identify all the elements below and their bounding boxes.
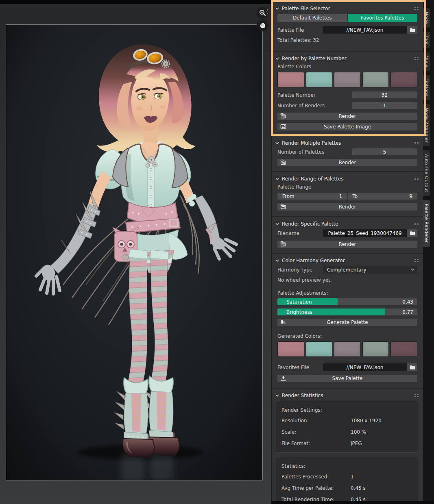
color-swatch[interactable] [334,341,361,357]
tab-options[interactable]: Options [423,74,430,101]
stat-label: Resolution: [281,418,351,424]
color-swatch[interactable] [334,72,361,87]
render-icon [280,113,286,119]
panel-drag-handle[interactable] [413,222,419,226]
chevron-down-icon [275,7,279,10]
palette-adjustments-label: Palette Adjustments: [277,290,417,296]
browse-filename-button[interactable] [407,229,417,237]
render-button-label: Render [339,113,356,119]
browse-palette-file-button[interactable] [407,26,417,34]
favorites-palettes-button[interactable]: Favorites Palettes [348,14,418,22]
region-collapse-arrow-icon[interactable]: ⟨ [266,9,268,14]
render-button[interactable]: Render [277,113,417,120]
chevron-down-icon [275,57,279,60]
render-settings-box: Render Settings: Resolution: 1080 x 1920… [276,401,419,453]
tab-node-wrangler[interactable]: Node Wrangler [423,104,430,147]
saturation-slider[interactable]: Saturation 0.43 [277,298,417,305]
generated-colors-label: Generated Colors: [277,333,417,339]
saturation-value: 0.43 [402,299,413,305]
chevron-down-icon [275,223,279,225]
stat-row: Scale: 100 % [281,426,413,438]
panel-header-render-range-of-palettes[interactable]: Render Range of Palettes [272,172,423,184]
color-swatch[interactable] [390,341,417,357]
panel-drag-handle[interactable] [413,7,419,10]
palette-range-label: Palette Range [277,184,417,190]
panel-header-render-specific-palette[interactable]: Render Specific Palette [272,217,423,229]
color-swatch[interactable] [306,72,333,87]
panel-header-color-harmony-generator[interactable]: Color Harmony Generator [272,254,423,266]
save-palette-image-button[interactable]: Save Palette Image [277,123,417,130]
panel-header-render-multiple-palettes[interactable]: Render Multiple Palettes [272,136,423,148]
tab-view[interactable]: View [423,52,430,71]
color-swatch[interactable] [362,72,389,87]
panel-drag-handle[interactable] [413,57,419,60]
stat-row: Resolution: 1080 x 1920 [281,415,413,426]
panel-drag-handle[interactable] [413,394,419,397]
statistics-header: Statistics: [281,463,351,469]
range-to-field[interactable]: To 9 [348,193,418,200]
panel-header-palette-file-selector[interactable]: Palette File Selector [272,2,423,14]
range-from-field[interactable]: From 1 [277,193,347,200]
panel-header-render-statistics[interactable]: Render Statistics [272,389,423,401]
render-button[interactable]: Render [277,203,417,211]
panel-title: Render Specific Palette [282,221,338,227]
stat-label: File Format: [281,441,351,446]
tab-auto-file-output[interactable]: Auto File Output [423,150,430,196]
default-palettes-button[interactable]: Default Palettes [277,14,347,22]
favorites-file-label: Favorites File [277,365,323,370]
harmony-type-label: Harmony Type [277,267,323,273]
palette-file-label: Palette File [277,27,323,33]
panel-drag-handle[interactable] [413,177,419,180]
tab-palette-renderer[interactable]: Palette Renderer [423,200,430,247]
pan-button[interactable] [257,20,268,31]
tab-tool[interactable]: Tool [423,31,430,49]
panel-drag-handle[interactable] [413,259,419,262]
generated-color-swatches [277,341,417,357]
render-icon [280,204,286,210]
panel-header-render-by-palette-number[interactable]: Render by Palette Number [272,52,423,64]
color-swatch[interactable] [306,341,333,357]
export-icon [280,375,286,381]
render-button-label: Render [339,204,356,210]
from-label: From [282,193,294,199]
no-wheel-preview-text: No wheel preview yet. [277,277,417,283]
magnifier-plus-icon [259,9,266,16]
stat-row: File Format: JPEG [281,438,413,449]
color-swatch[interactable] [277,72,304,87]
panel-title: Palette File Selector [282,6,330,11]
n-panel-sidebar: Palette File Selector Default Palettes F… [271,0,423,504]
stat-value: 1 [351,474,354,480]
palette-number-field[interactable]: 32 [352,91,417,98]
panel-render-specific-palette: Render Specific Palette Filename Palette… [272,217,423,253]
number-of-palettes-field[interactable]: 5 [352,148,417,155]
browse-favorites-file-button[interactable] [407,363,417,371]
palette-file-input[interactable]: //NEW_FAV.json [323,26,407,34]
tab-node[interactable]: Node [423,8,430,28]
color-swatch[interactable] [362,341,389,357]
blender-palette-renderer-window: ⟨ Palette File Selector Default Palettes… [0,0,434,504]
viewport-region[interactable]: ⟨ [0,0,271,504]
render-settings-header: Render Settings: [281,407,351,413]
number-of-renders-field[interactable]: 1 [352,102,417,109]
panel-title: Render Range of Palettes [282,176,344,182]
save-palette-button[interactable]: Save Palette [277,375,417,382]
render-button[interactable]: Render [277,159,417,166]
chevron-down-icon [275,394,279,397]
save-palette-image-label: Save Palette Image [324,124,371,130]
brightness-slider[interactable]: Brightness 0.77 [277,308,417,315]
palette-number-label: Palette Number [277,92,352,98]
to-label: To [353,193,358,199]
chevron-down-icon [275,259,279,262]
stat-value: JPEG [351,441,362,446]
render-image-frame[interactable] [6,24,263,480]
filename-input[interactable]: Palette_25_Seed_1930047469 [323,229,407,237]
favorites-file-input[interactable]: //NEW_FAV.json [323,363,407,371]
harmony-type-dropdown[interactable]: Complementary [323,266,417,274]
color-swatch[interactable] [390,72,417,87]
number-of-palettes-label: Number of Palettes [277,149,352,155]
color-swatch[interactable] [277,341,304,357]
render-button[interactable]: Render [277,241,417,248]
stat-value: 0.45 s [351,485,366,491]
generate-palette-button[interactable]: Generate Palette [277,319,417,326]
panel-drag-handle[interactable] [413,141,419,145]
